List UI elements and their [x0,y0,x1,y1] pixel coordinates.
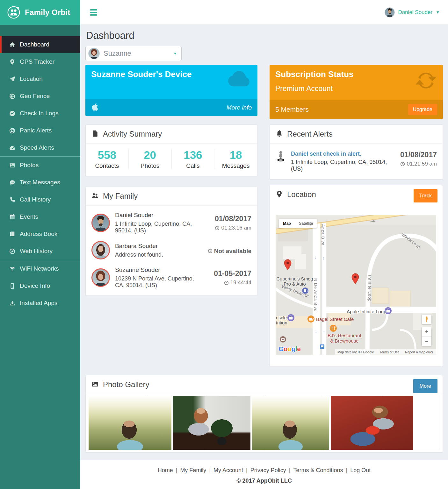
zoom-out-button[interactable]: − [422,337,431,346]
family-member-row[interactable]: Suzanne Souder 10239 N Portal Ave, Cuper… [86,263,257,292]
sidebar-item-wifi-networks[interactable]: WiFi Networks [0,260,80,277]
photo-girl-reading-on-red-couch[interactable] [331,396,413,450]
traffic-arrow-down: ↓ [315,329,317,334]
sidebar-item-text-messages[interactable]: Text Messages [0,174,80,191]
left-column: Suzanne Souder's Device More info [85,65,257,296]
sidebar-item-label: WiFi Networks [20,265,59,272]
sidebar-item-geo-fence[interactable]: Geo Fence [0,88,80,105]
footer-link-log-out[interactable]: Log Out [350,467,371,473]
apple-icon [91,103,99,112]
terms-of-use-link[interactable]: Terms of Use [380,350,400,354]
content: Dashboard Suzanne ▼ Suzanne Souder's Dev… [80,25,448,460]
footer-link-terms[interactable]: Terms & Conditions [293,467,343,473]
stat-messages: 18 Messages [214,149,257,169]
sidebar-item-gps-tracker[interactable]: GPS Tracker [0,53,80,70]
zoom-in-button[interactable]: + [422,327,431,337]
photo-girl-with-phone-at-table[interactable] [173,396,250,450]
footer-link-my-account[interactable]: My Account [213,467,243,473]
sidebar-item-check-in-logs[interactable]: Check In Logs [0,105,80,122]
photo-girl-in-field[interactable] [89,396,171,450]
activity-stats: 558 Contacts 20 Photos 136 Calls [86,144,257,176]
member-time: 19:44:44 [230,280,251,286]
alert-address: 1 Infinite Loop, Cupertino, CA, 95014, (… [291,159,390,172]
sidebar-item-label: Dashboard [20,41,49,48]
sidebar-item-photos[interactable]: Photos [0,157,80,174]
alert-message-link[interactable]: Daniel sent check in alert. [291,151,390,157]
member-address: Address not found. [115,252,203,258]
sidebar-item-events[interactable]: Events [0,208,80,225]
copyright-text: © 2017 AppObit LLC [80,478,448,484]
subscription-footer: 5 Members Upgrade [270,100,443,119]
mobile-icon [9,283,15,289]
sidebar-item-dashboard[interactable]: Dashboard [0,36,80,53]
send-icon [9,76,15,82]
map-type-satellite-button[interactable]: Satellite [295,219,317,228]
footer-link-privacy-policy[interactable]: Privacy Policy [250,467,286,473]
family-member-row[interactable]: Daniel Souder 1 Infinite Loop, Cupertino… [86,208,257,237]
image-icon [91,380,99,389]
bell-icon [276,130,283,138]
stat-label: Photos [129,162,171,169]
pegman-control[interactable] [422,315,431,324]
sidebar-item-location[interactable]: Location [0,70,80,88]
street-label-infinite-loop: Infinite Loop [367,275,372,302]
stat-label: Contacts [86,162,128,169]
alert-row[interactable]: Daniel sent check in alert. 1 Infinite L… [270,144,443,179]
photo-girl-in-field[interactable] [252,396,329,450]
footer-link-my-family[interactable]: My Family [180,467,206,473]
poi-label-apple: Apple Infinite Loop [347,309,386,314]
poi-restaurant-icon [330,325,337,332]
sidebar-item-installed-apps[interactable]: Installed Apps [0,294,80,312]
map-marker-icon [276,190,283,199]
user-menu[interactable]: Daniel Souder ▼ [385,7,440,18]
poi-label-muscle: uscle trition [276,315,287,325]
subscription-title: Subscription Status [275,69,437,79]
sidebar-item-device-info[interactable]: Device Info [0,277,80,294]
user-name: Daniel Souder [398,9,432,16]
sidebar-item-label: Call History [20,196,51,203]
sidebar-item-web-history[interactable]: Web History [0,243,80,260]
sidebar-item-label: Web History [20,248,53,255]
more-button[interactable]: More [413,379,437,393]
footer-link-home[interactable]: Home [158,467,173,473]
member-select-dropdown[interactable]: Suzanne ▼ [85,46,182,61]
photo-gallery-card: Photo Gallery More [85,375,443,452]
sidebar-item-label: Events [20,213,38,220]
subscription-card: Subscription Status Premium Account 5 Me… [270,65,443,119]
sidebar-item-label: Device Info [20,282,50,289]
tachometer-icon [9,145,15,151]
member-name: Daniel Souder [115,212,204,219]
activity-summary-card: Activity Summary 558 Contacts 20 Photos [85,124,257,176]
map-data-text: Map data ©2017 Google [337,350,374,354]
sidebar-item-speed-alerts[interactable]: Speed Alerts [0,139,80,156]
track-button[interactable]: Track [414,189,437,202]
google-map[interactable]: Anza Blvd N De Anza Blvd Valley Green Dr… [276,215,436,355]
sidebar-item-label: Installed Apps [20,300,57,307]
map-zoom-control: + − [422,327,431,346]
map-type-map-button[interactable]: Map [279,219,295,228]
app-logo[interactable]: Family Orbit [0,0,80,25]
family-member-row[interactable]: Barbara Souder Address not found. Not av… [86,237,257,263]
clock-icon [208,249,213,253]
my-family-card: My Family Daniel Souder 1 Infinite Loop,… [85,187,257,296]
report-map-error-link[interactable]: Report a map error [405,350,433,354]
member-time: 01:23:16 am [221,225,251,231]
location-title: Location [287,190,316,199]
poi-cafe-icon [307,315,314,322]
map-attribution: Map data ©2017 Google Terms of Use Repor… [335,349,436,355]
stat-value: 558 [86,149,128,161]
member-address: 1 Infinite Loop, Cupertino, CA, 95014, (… [115,221,204,234]
google-logo[interactable]: Google [278,345,300,353]
more-info-link[interactable]: More info [227,104,252,111]
sidebar-item-panic-alerts[interactable]: Panic Alerts [0,122,80,139]
photo-gallery [86,394,442,452]
page-footer: HomeMy FamilyMy AccountPrivacy PolicyTer… [80,460,448,489]
sidebar-item-address-book[interactable]: Address Book [0,225,80,243]
member-name: Barbara Souder [115,243,203,250]
file-icon [91,130,99,138]
family-orbit-logo-icon [6,5,21,20]
upgrade-button[interactable]: Upgrade [408,104,437,115]
sidebar-item-call-history[interactable]: Call History [0,191,80,208]
members-count: 5 Members [275,106,309,113]
hamburger-menu-icon[interactable] [89,8,98,17]
